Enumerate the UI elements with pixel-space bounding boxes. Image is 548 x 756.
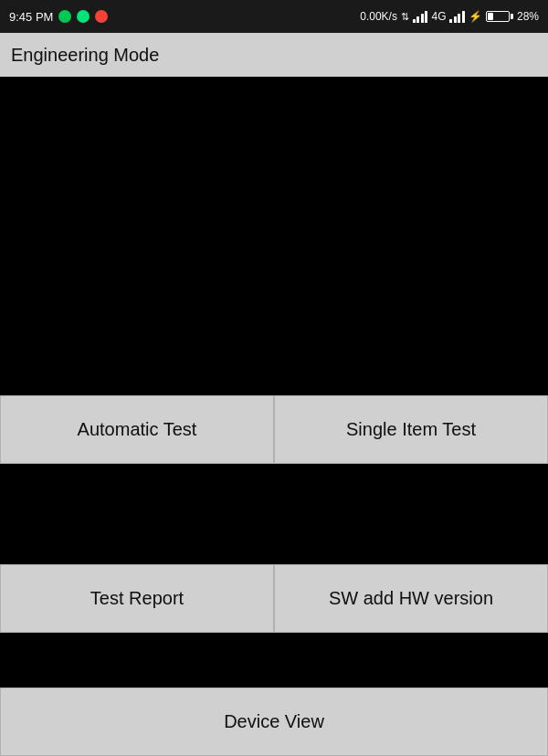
status-left: 9:45 PM (9, 10, 108, 24)
middle-black-area (0, 464, 548, 564)
signal-bars-2-icon (449, 10, 465, 23)
data-arrows-icon: ⇅ (401, 11, 409, 23)
automatic-test-button[interactable]: Automatic Test (0, 395, 274, 464)
second-button-row: Test Report SW add HW version (0, 564, 548, 633)
status-right: 0.00K/s ⇅ 4G ⚡ 28% (360, 10, 539, 23)
status-bar: 9:45 PM 0.00K/s ⇅ 4G ⚡ 28% (0, 0, 548, 33)
notification-dot-1 (58, 10, 71, 23)
test-report-button[interactable]: Test Report (0, 564, 274, 633)
battery-percent: 28% (517, 10, 539, 23)
title-bar: Engineering Mode (0, 33, 548, 77)
sw-hw-version-button[interactable]: SW add HW version (274, 564, 548, 633)
time-display: 9:45 PM (9, 10, 53, 24)
bottom-black-area (0, 633, 548, 688)
top-black-area (0, 77, 548, 395)
notification-dot-3 (95, 10, 108, 23)
network-speed: 0.00K/s (360, 10, 397, 23)
battery-icon (486, 11, 513, 22)
page-title: Engineering Mode (11, 45, 159, 66)
charging-bolt-icon: ⚡ (469, 10, 482, 23)
first-button-row: Automatic Test Single Item Test (0, 395, 548, 464)
single-item-test-button[interactable]: Single Item Test (274, 395, 548, 464)
signal-bars-icon (413, 10, 428, 23)
device-view-button[interactable]: Device View (0, 688, 548, 756)
notification-dot-2 (77, 10, 90, 23)
network-type-label: 4G (431, 10, 446, 23)
main-content: Automatic Test Single Item Test Test Rep… (0, 77, 548, 756)
